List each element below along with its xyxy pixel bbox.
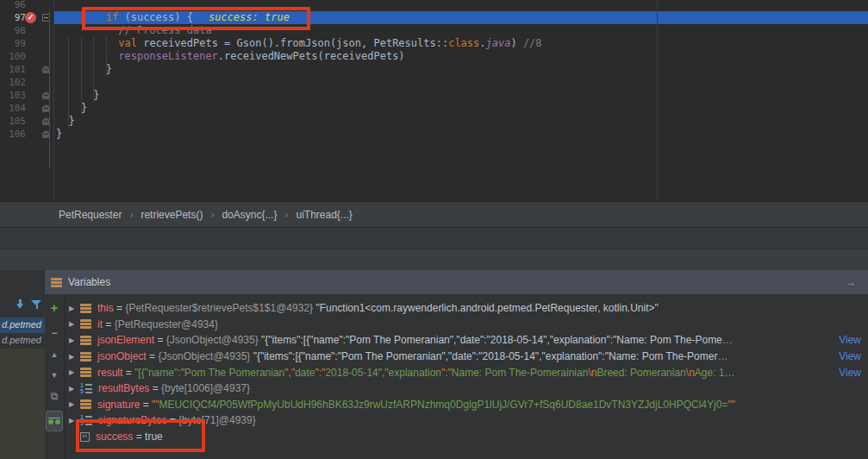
- equals-sign: =: [103, 318, 115, 330]
- variables-panel-header: Variables →: [45, 270, 868, 294]
- debug-toolbar-band: [0, 248, 868, 270]
- value-segment: :": [178, 367, 184, 379]
- value-segment: …: [725, 367, 735, 379]
- value-segment: "{"items":[{"name":"Pom The Pomeranian",…: [253, 350, 718, 362]
- breadcrumb-item[interactable]: uiThread{...}: [296, 209, 352, 221]
- line-number: 102: [0, 76, 26, 89]
- expand-arrow-icon[interactable]: ▶: [67, 400, 76, 408]
- expand-arrow-icon[interactable]: ▶: [67, 385, 76, 393]
- variable-row-it[interactable]: ▶it = {PetRequester@4934}: [65, 317, 868, 333]
- array-bars: [85, 384, 92, 393]
- code-text: }: [54, 115, 868, 128]
- object-value-icon: [80, 368, 91, 377]
- expand-arrow-icon[interactable]: ▶: [67, 368, 76, 376]
- value-segment: \n: [686, 367, 695, 379]
- header-more-icon[interactable]: →: [846, 276, 856, 288]
- expand-arrow-icon[interactable]: ▶: [67, 320, 76, 328]
- code-line-102[interactable]: 102: [0, 76, 868, 89]
- gutter-cell: 96: [0, 0, 54, 11]
- code-line-99[interactable]: 99 val receivedPets = Gson().fromJson(js…: [0, 37, 868, 50]
- value-segment: }: [106, 63, 112, 75]
- value-segment: }: [68, 115, 74, 127]
- debug-toolbar-band: [0, 228, 868, 248]
- thread-down-arrow-icon[interactable]: [16, 299, 26, 311]
- value-segment: }: [93, 89, 99, 101]
- line-number: 98: [0, 24, 26, 37]
- value-segment: {PetRequester$retrievePets$1$1@4932}: [125, 302, 315, 314]
- code-line-105[interactable]: 105 }: [0, 115, 868, 128]
- code-line-100[interactable]: 100 responseListener.receivedNewPets(rec…: [0, 50, 868, 63]
- value-segment: \n: [588, 367, 596, 379]
- variables-tab-icon: [51, 278, 62, 287]
- value-segment: }: [81, 102, 87, 114]
- value-segment: 2018-05-14: [325, 367, 378, 379]
- expand-arrow-icon[interactable]: ▶: [67, 305, 76, 312]
- frames-list: d.petmedd.petmed: [0, 318, 45, 348]
- variable-value: {byte[1006]@4937}: [161, 382, 868, 394]
- expand-arrow-icon[interactable]: ▶: [67, 417, 76, 424]
- frames-empty-area: [0, 349, 45, 459]
- value-segment: Age: 1: [695, 367, 725, 379]
- debugger-panel: Variables → d.petmedd.petmed +−▲▼⧉ ▶this…: [0, 270, 868, 459]
- expand-arrow-icon[interactable]: ▶: [67, 336, 76, 344]
- indent-guide: [93, 36, 94, 102]
- breakpoint-icon[interactable]: ✓: [25, 12, 36, 23]
- value-segment: explanation: [389, 367, 441, 379]
- code-line-106[interactable]: 106}: [0, 128, 868, 141]
- value-segment: ",": [378, 367, 389, 379]
- frame-row[interactable]: d.petmed: [0, 318, 45, 333]
- remove-watch-icon[interactable]: −: [51, 328, 57, 338]
- equals-sign: =: [122, 367, 134, 379]
- filter-funnel-icon[interactable]: [31, 299, 42, 310]
- value-segment: "": [727, 399, 735, 411]
- frame-row[interactable]: d.petmed: [0, 333, 45, 349]
- value-segment: val: [118, 37, 143, 49]
- array-value-icon: [80, 384, 92, 393]
- variable-name: signature: [97, 399, 140, 411]
- variable-row-signature[interactable]: ▶signature = ""MEUCIQCf4/P05WfPpMyUbUdH9…: [65, 397, 868, 413]
- breadcrumb-separator-icon: ›: [210, 209, 214, 221]
- equals-sign: =: [147, 350, 159, 362]
- object-value-icon: [80, 319, 91, 329]
- right-margin-guide: [657, 0, 658, 200]
- variable-name: result: [97, 367, 122, 379]
- code-editor[interactable]: 9697✓ if (success) {success: true98 // P…: [0, 0, 868, 200]
- view-link[interactable]: View: [839, 334, 861, 346]
- move-down-icon[interactable]: ▼: [51, 372, 59, 380]
- line-number: 100: [0, 50, 26, 63]
- variables-tab-label[interactable]: Variables: [68, 276, 110, 288]
- value-segment: receivedPets = Gson().fromJson(json, Pet…: [143, 37, 448, 49]
- variable-row-jsonElement[interactable]: ▶jsonElement = {JsonObject@4935} "{"item…: [65, 332, 868, 349]
- gutter-cell: 100: [0, 50, 54, 63]
- breadcrumb-item[interactable]: PetRequester: [59, 209, 122, 221]
- breadcrumb-item[interactable]: doAsync{...}: [222, 209, 277, 221]
- value-segment: ): [510, 37, 522, 49]
- expand-arrow-icon[interactable]: ▶: [67, 353, 76, 361]
- view-link[interactable]: View: [839, 367, 861, 379]
- variable-row-resultBytes[interactable]: ▶resultBytes = {byte[1006]@4937}: [65, 380, 868, 397]
- variable-value: "[{"name":"Pom The Pomeranian","date":"2…: [134, 367, 835, 379]
- move-up-icon[interactable]: ▲: [51, 351, 59, 359]
- code-line-103[interactable]: 103 }: [0, 89, 868, 102]
- variable-value: {JsonObject@4935} "{"items":[{"name":"Po…: [166, 334, 835, 346]
- duplicate-watch-icon[interactable]: ⧉: [51, 391, 59, 401]
- code-line-101[interactable]: 101 }: [0, 63, 868, 76]
- variable-value: true: [145, 431, 868, 443]
- variable-row-result[interactable]: ▶result = "[{"name":"Pom The Pomeranian"…: [65, 364, 868, 380]
- line-number: 103: [0, 89, 26, 102]
- gutter-cell: 103: [0, 89, 54, 102]
- variable-row-jsonObject[interactable]: ▶jsonObject = {JsonObject@4935} "{"items…: [65, 349, 868, 365]
- line-number: 96: [0, 0, 26, 11]
- variable-row-this[interactable]: ▶this = {PetRequester$retrievePets$1$1@4…: [65, 300, 868, 317]
- equals-sign: =: [114, 302, 126, 314]
- code-text: }: [54, 63, 868, 76]
- view-link[interactable]: View: [839, 350, 861, 362]
- breadcrumb-separator-icon: ›: [129, 209, 133, 221]
- breadcrumb-item[interactable]: retrievePets(): [141, 209, 203, 221]
- object-value-icon: [80, 399, 91, 409]
- variable-value: {byte[71]@4939}: [178, 414, 868, 426]
- add-watch-icon[interactable]: +: [51, 301, 59, 314]
- code-line-104[interactable]: 104 }: [0, 102, 868, 115]
- value-segment: Name: Pom The-Pomerainian: [452, 367, 589, 379]
- show-watches-toggle[interactable]: [46, 411, 63, 431]
